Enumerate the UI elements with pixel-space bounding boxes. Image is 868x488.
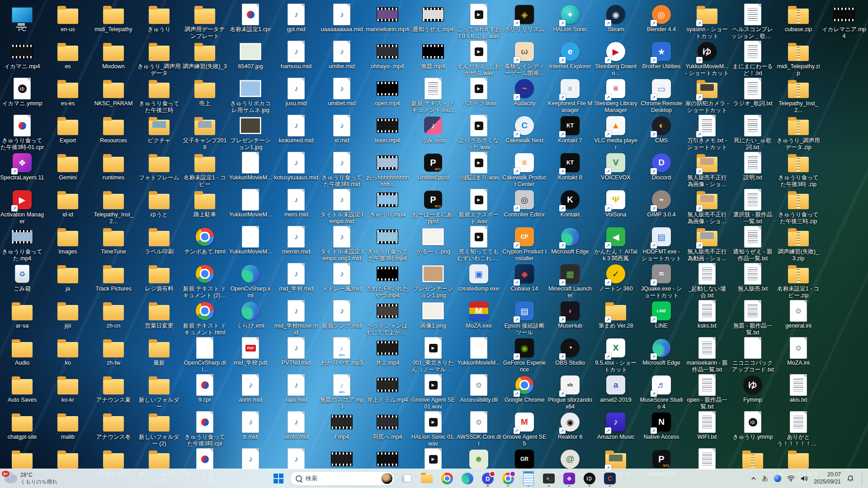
desktop-icon[interactable]: ✓↗ノートン 360	[593, 263, 638, 299]
desktop-icon[interactable]: ▶001_東北きりたん（ノーマル）_今じゃ...	[410, 337, 456, 373]
desktop-icon[interactable]: 無題.mp4	[410, 41, 456, 77]
desktop-icon[interactable]: きゅうり.mp4	[365, 189, 410, 225]
desktop-icon[interactable]: 井上.mp4	[365, 337, 410, 373]
desktop-icon[interactable]: ◉↗Steam	[593, 4, 638, 40]
desktop-icon[interactable]: ゆFymmp	[730, 374, 775, 410]
desktop-icon[interactable]: ↗家の防犯カメラ - ショートカット	[684, 78, 730, 114]
desktop-icon[interactable]: ⚙MoZA.ini	[776, 337, 821, 373]
desktop-icon[interactable]: MMoZA.exe	[456, 300, 501, 336]
desktop-icon[interactable]: TimeTune	[91, 226, 136, 262]
taskbar-google-chrome-profile[interactable]	[500, 470, 517, 487]
desktop-icon[interactable]: 死にたい_ゅ歌詞.txt	[730, 115, 775, 151]
desktop-icon[interactable]: ↗万引きメモ.txt - ショートカット	[684, 115, 730, 151]
taskbar-terminal[interactable]: >_	[540, 470, 557, 487]
desktop-icon[interactable]: 通知うぜえ - 親作品一覧.txt	[730, 226, 775, 262]
desktop-icon[interactable]: ヘルスコンプレッション＿歌詞.txt	[730, 4, 775, 40]
desktop-icon[interactable]: X↗9.5.xlsx - ショートカット	[593, 337, 638, 373]
desktop-icon[interactable]: まにまにわーるど！.txt	[730, 41, 775, 77]
desktop-icon[interactable]: ♪sirofo.mid	[274, 411, 319, 447]
desktop-icon[interactable]: zh-cn	[91, 300, 136, 336]
desktop-icon[interactable]: Track Pictures	[91, 263, 136, 299]
desktop-icon[interactable]: teion.mp4	[365, 115, 410, 151]
desktop-icon[interactable]: CP↗Crypton Product Installer	[502, 226, 547, 262]
desktop-icon[interactable]: NKSC_PARAM	[91, 78, 136, 114]
taskbar-microsoft-edge[interactable]	[459, 470, 476, 487]
wifi-icon[interactable]	[787, 475, 795, 482]
desktop-icon[interactable]: 選択肢 - 親作品一覧.txt	[730, 189, 775, 225]
desktop-icon[interactable]: ▣createdump.exe	[456, 263, 501, 299]
desktop-icon[interactable]: Audio	[0, 337, 45, 373]
desktop-icon[interactable]: ❖↗SpectraLayers 11	[0, 152, 45, 188]
desktop-icon[interactable]: 説明.txt	[730, 152, 775, 188]
taskbar-task-view[interactable]	[398, 470, 415, 487]
taskbar-cubase[interactable]: C	[601, 470, 618, 487]
desktop-icon[interactable]: ja	[45, 263, 90, 299]
desktop-icon[interactable]: ピクチャ	[137, 115, 182, 151]
taskbar-notepad[interactable]	[520, 470, 537, 487]
desktop-icon[interactable]: ▤↗HDDFMT.exe - ショートカット	[639, 226, 684, 262]
desktop-icon[interactable]: es	[45, 41, 90, 77]
weather-widget[interactable]: 9+ 28°C くもりのち晴れ	[5, 469, 57, 488]
desktop-icon[interactable]: 父子キャンプ2018	[182, 115, 227, 151]
notification-bell-icon[interactable]: z	[847, 475, 854, 482]
desktop-icon[interactable]: LINE↗LINE	[639, 300, 684, 336]
desktop-icon[interactable]: 名称未設定1 - コピー	[182, 152, 227, 188]
desktop-icon[interactable]: ◈↗ポリリリリズム	[502, 4, 547, 40]
desktop-icon[interactable]: ♬↗MuseScore Studio 4	[639, 374, 684, 410]
desktop-icon[interactable]: ♪kiokumed.mid	[274, 115, 319, 151]
desktop-icon[interactable]: ↗無人販売不正行為動画 - ショートカット	[684, 226, 730, 262]
taskbar-discord[interactable]: D	[479, 470, 496, 487]
desktop-icon[interactable]: 羽尻へ.mp4	[365, 411, 410, 447]
desktop-icon[interactable]: K↗Kontakt	[547, 189, 593, 225]
desktop-icon[interactable]: ★↗Brother Utilities	[639, 41, 684, 77]
desktop-icon[interactable]: N↗Native Access	[639, 411, 684, 447]
desktop-icon[interactable]: きゅうり食ってた午後3時 .zip	[776, 152, 821, 188]
taskbar-google-chrome[interactable]	[439, 470, 456, 487]
desktop-icon[interactable]: malib	[45, 411, 90, 447]
desktop-icon[interactable]: ♪MP3無題のスコア.mp3	[319, 374, 364, 410]
desktop-icon[interactable]: ↗無人販売不正行為画像 - ショートカッ...	[684, 152, 730, 188]
desktop-icon[interactable]: open - 親作品一覧.txt	[684, 374, 730, 410]
desktop-icon[interactable]: ♪MP3わかりやす.mp3	[319, 337, 364, 373]
desktop-icon[interactable]: ▶↗Steinberg Downlo...	[593, 41, 638, 77]
desktop-icon[interactable]: アナウンス夏	[91, 374, 136, 410]
desktop-icon[interactable]: open.mp4	[365, 78, 410, 114]
desktop-icon[interactable]: 営業日変更	[137, 300, 182, 336]
desktop-icon[interactable]: ↗Microsoft Edge	[639, 337, 684, 373]
desktop-icon[interactable]: 無題 - 親作品一覧.txt	[730, 300, 775, 336]
desktop-icon[interactable]: |||↗Keepforest File Manager	[547, 78, 593, 114]
desktop-icon[interactable]: zh-tw	[91, 337, 136, 373]
desktop-icon[interactable]: 無人販売.txt	[730, 263, 775, 299]
taskbar-file-explorer[interactable]	[418, 470, 435, 487]
desktop-icon[interactable]: ゆ↗YukkuriMovieM... - ショートカット	[684, 41, 730, 77]
desktop-icon[interactable]: ar-sa	[0, 300, 45, 336]
desktop-icon[interactable]: きゅうり食ってた午後三時.zip	[776, 189, 821, 225]
desktop-icon[interactable]: ♪PVTNd.mid	[274, 337, 319, 373]
desktop-icon[interactable]: aairset2-2019	[593, 374, 638, 410]
desktop-icon[interactable]: ▶こってゅh d すおf d s b ふぉ.wav	[456, 4, 501, 40]
desktop-icon[interactable]: 名称未設定1 - コピー.zip	[776, 263, 821, 299]
show-desktop-button[interactable]	[862, 472, 863, 485]
desktop-icon[interactable]: manisekarin - 親作品一覧.txt	[684, 337, 730, 373]
desktop-icon[interactable]: ko	[45, 337, 90, 373]
desktop-icon[interactable]: cubase.zip	[776, 4, 821, 40]
taskbar-yukkuri-movie-maker[interactable]: ゆ	[581, 470, 598, 487]
desktop-icon[interactable]: ゆイカマニ.ymmp	[0, 78, 45, 114]
desktop-icon[interactable]: Images	[45, 226, 90, 262]
desktop-icon[interactable]: きゅうり食ってた午後3時.cpr	[182, 411, 227, 447]
desktop-icon[interactable]: レジ袋有料	[137, 263, 182, 299]
desktop-icon[interactable]: プレゼンテーション1.png	[410, 263, 456, 299]
desktop-icon[interactable]: ♪umibet.mid	[319, 78, 364, 114]
desktop-icon[interactable]: 井上ドラム.mp4	[365, 374, 410, 410]
desktop-icon[interactable]: おっhhhhhhhhhhhhh...	[365, 152, 410, 188]
desktop-icon[interactable]: ⚙AWSSDK.Core.dll	[456, 411, 501, 447]
desktop-icon[interactable]: chatgpt-site	[0, 411, 45, 447]
clock[interactable]: 20:07 2025/09/21	[814, 471, 841, 485]
desktop-icon[interactable]: ≡↗Cakewalk Product Center	[502, 152, 547, 188]
desktop-icon[interactable]: フォトフレーム	[137, 152, 182, 188]
desktop-icon[interactable]: ▶小銭詰まり.wav	[456, 152, 501, 188]
desktop-icon[interactable]: 65407.jpg	[228, 41, 273, 77]
desktop-icon[interactable]: テンポあて.html	[182, 226, 227, 262]
desktop-icon[interactable]: イカマニ.mp4	[0, 41, 45, 77]
desktop-icon[interactable]: V↗VOICEVOX	[593, 152, 638, 188]
